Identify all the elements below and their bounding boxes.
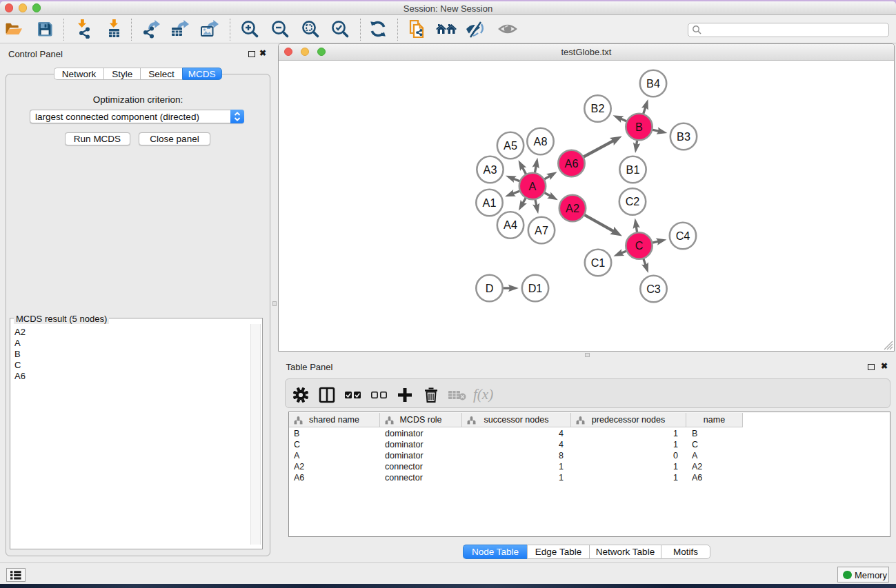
svg-text:A3: A3 [484, 163, 497, 176]
svg-text:C1: C1 [591, 256, 606, 269]
svg-text:C4: C4 [676, 230, 690, 242]
svg-text:D: D [486, 282, 494, 294]
svg-text:B2: B2 [591, 102, 605, 114]
svg-text:B1: B1 [626, 163, 640, 176]
svg-text:B3: B3 [677, 130, 690, 143]
svg-text:C3: C3 [646, 283, 661, 295]
svg-text:A8: A8 [534, 135, 548, 148]
svg-text:A5: A5 [504, 139, 517, 152]
svg-text:D1: D1 [528, 282, 543, 294]
svg-text:C: C [635, 239, 644, 252]
svg-text:C2: C2 [626, 195, 640, 207]
svg-text:B4: B4 [646, 77, 660, 90]
svg-text:A1: A1 [483, 196, 497, 209]
svg-text:A4: A4 [504, 219, 517, 231]
svg-text:A: A [529, 180, 537, 192]
svg-text:A7: A7 [535, 224, 548, 236]
svg-text:A2: A2 [566, 202, 579, 214]
svg-text:B: B [635, 121, 643, 133]
svg-text:A6: A6 [565, 157, 579, 170]
